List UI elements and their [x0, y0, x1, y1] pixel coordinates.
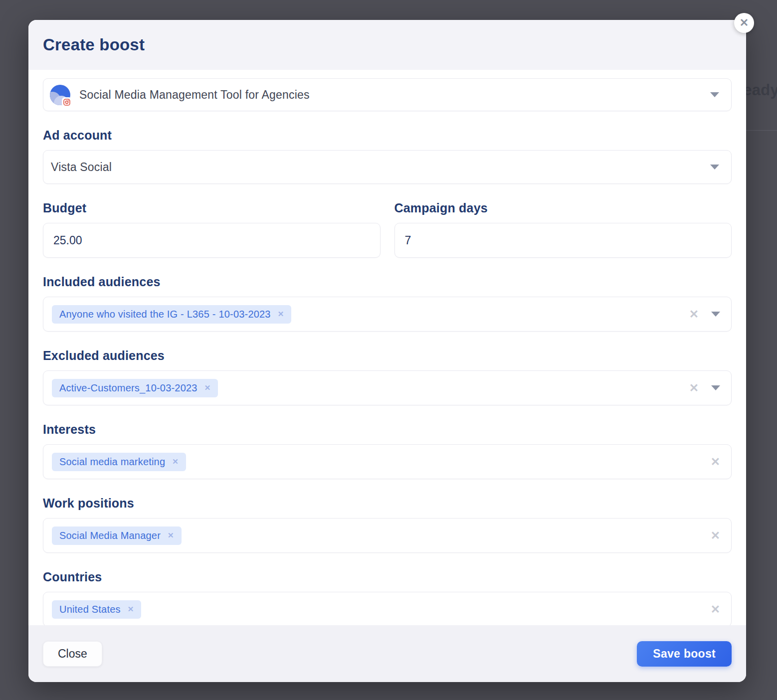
ad-account-value: Vista Social — [51, 161, 710, 174]
ad-account-select[interactable]: Vista Social — [43, 150, 732, 184]
included-audiences-label: Included audiences — [43, 275, 732, 289]
clear-field-icon[interactable]: ✕ — [711, 456, 720, 468]
interests-label: Interests — [43, 422, 732, 437]
clear-field-icon[interactable]: ✕ — [689, 309, 699, 320]
tag-remove-icon[interactable]: ✕ — [278, 310, 284, 319]
included-audiences-select[interactable]: Anyone who visited the IG - L365 - 10-03… — [43, 297, 732, 332]
dimmed-background-text: eady — [743, 81, 777, 99]
audience-tag: Anyone who visited the IG - L365 - 10-03… — [52, 305, 291, 324]
audience-tag-label: Anyone who visited the IG - L365 - 10-03… — [59, 309, 271, 320]
save-boost-button[interactable]: Save boost — [637, 641, 732, 667]
close-button[interactable]: Close — [43, 641, 102, 667]
country-tag: United States ✕ — [52, 600, 141, 619]
country-tag-label: United States — [59, 604, 121, 615]
create-boost-modal: ✕ Create boost Social Media Managem — [28, 20, 746, 682]
chevron-down-icon[interactable] — [711, 312, 720, 317]
work-positions-label: Work positions — [43, 496, 732, 511]
chevron-down-icon[interactable] — [711, 385, 720, 390]
campaign-days-label: Campaign days — [394, 201, 732, 215]
clear-field-icon[interactable]: ✕ — [689, 382, 699, 394]
excluded-audiences-select[interactable]: Active-Customers_10-03-2023 ✕ ✕ — [43, 370, 732, 405]
chevron-down-icon[interactable] — [710, 92, 719, 97]
interests-select[interactable]: Social media marketing ✕ ✕ — [43, 444, 732, 479]
modal-header: Create boost — [28, 20, 746, 70]
chevron-down-icon[interactable] — [710, 165, 719, 170]
dimmed-background-divider — [746, 130, 777, 131]
tag-remove-icon[interactable]: ✕ — [168, 531, 174, 540]
product-select[interactable]: Social Media Management Tool for Agencie… — [43, 78, 732, 111]
clear-field-icon[interactable]: ✕ — [711, 530, 720, 541]
ad-account-label: Ad account — [43, 128, 732, 143]
interest-tag: Social media marketing ✕ — [52, 453, 186, 471]
interest-tag-label: Social media marketing — [59, 456, 165, 468]
clear-field-icon[interactable]: ✕ — [711, 604, 720, 615]
avatar — [50, 85, 70, 105]
countries-select[interactable]: United States ✕ ✕ — [43, 592, 732, 627]
tag-remove-icon[interactable]: ✕ — [204, 383, 211, 392]
campaign-days-input[interactable] — [405, 234, 722, 247]
campaign-days-field-shell — [394, 223, 732, 258]
instagram-icon — [62, 97, 72, 107]
audience-tag: Active-Customers_10-03-2023 ✕ — [52, 379, 218, 397]
budget-field-shell — [43, 223, 381, 258]
close-icon[interactable]: ✕ — [734, 13, 754, 33]
modal-footer: Close Save boost — [28, 625, 746, 682]
work-positions-select[interactable]: Social Media Manager ✕ ✕ — [43, 518, 732, 553]
tag-remove-icon[interactable]: ✕ — [172, 457, 179, 466]
budget-label: Budget — [43, 201, 381, 215]
countries-label: Countries — [43, 570, 732, 584]
product-select-value: Social Media Management Tool for Agencie… — [79, 88, 710, 102]
tag-remove-icon[interactable]: ✕ — [128, 605, 134, 614]
budget-input[interactable] — [53, 234, 370, 247]
audience-tag-label: Active-Customers_10-03-2023 — [59, 382, 197, 394]
page-title: Create boost — [43, 35, 145, 54]
excluded-audiences-label: Excluded audiences — [43, 349, 732, 363]
work-position-tag-label: Social Media Manager — [59, 530, 161, 541]
work-position-tag: Social Media Manager ✕ — [52, 526, 182, 545]
